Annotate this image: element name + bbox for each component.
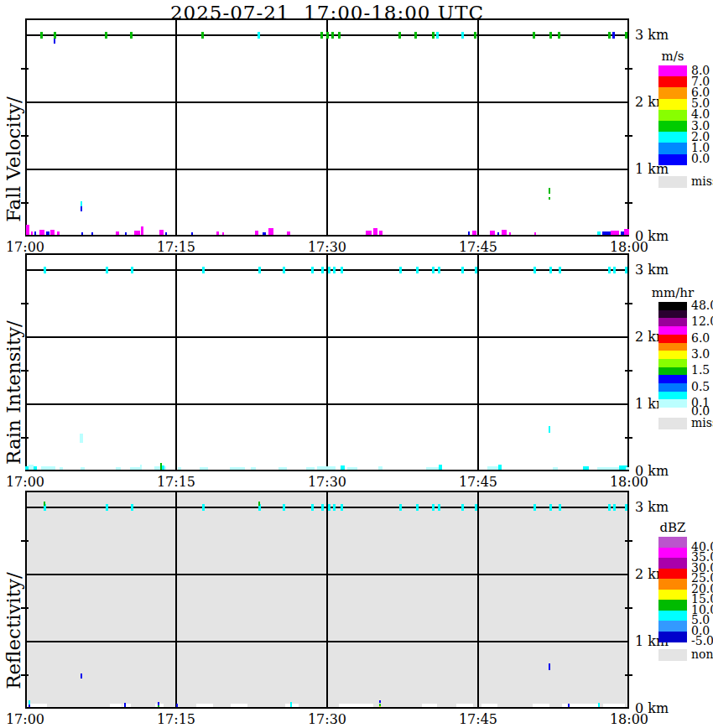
data-mark: [81, 206, 82, 211]
data-mark: [57, 231, 60, 235]
data-mark: [341, 504, 343, 511]
data-mark: [258, 267, 261, 273]
data-mark: [29, 700, 30, 705]
colorbar-segment: [658, 310, 687, 319]
colorbar-tick-label: 48.0: [691, 299, 713, 312]
mrr-time-height-plot: 2025-07-21 17:00-18:00 UTC Fall Velocity…: [0, 0, 713, 728]
colorbar-segment: [658, 343, 687, 351]
data-mark: [549, 267, 552, 273]
data-mark: [202, 504, 205, 511]
data-mark: [110, 704, 122, 707]
data-mark: [438, 504, 440, 511]
data-mark: [141, 226, 143, 235]
colorbar-segment: [658, 359, 687, 367]
data-mark: [597, 231, 601, 235]
data-mark: [379, 700, 381, 703]
data-mark: [608, 32, 611, 39]
colorbar-segment: [658, 367, 687, 376]
data-mark: [124, 703, 126, 707]
colorbar-miss-swatch: [658, 418, 687, 429]
colorbar-segment: [658, 548, 687, 559]
data-mark: [553, 467, 558, 470]
data-mark: [131, 267, 133, 273]
y-axis-tick: [625, 135, 632, 137]
data-mark: [311, 504, 314, 511]
grid-line-vertical: [326, 491, 328, 709]
y-axis-tick: [625, 370, 632, 372]
colorbar-segment: [658, 121, 687, 133]
data-mark: [200, 467, 208, 470]
data-mark: [373, 228, 377, 235]
data-mark: [338, 32, 341, 39]
data-mark: [320, 32, 323, 39]
data-mark: [306, 467, 315, 470]
y-axis-tick: [625, 303, 632, 304]
data-mark: [159, 230, 164, 235]
data-mark: [481, 704, 497, 707]
data-mark: [158, 702, 159, 705]
data-mark: [432, 32, 435, 39]
data-mark: [40, 32, 43, 39]
colorbar-miss-label: miss: [691, 174, 713, 188]
data-mark: [432, 267, 435, 273]
y-axis-tick: [21, 437, 29, 439]
colorbar-segment: [658, 351, 687, 359]
colorbar-title: m/s: [647, 49, 699, 64]
data-mark: [502, 230, 507, 235]
data-mark: [106, 504, 108, 511]
data-mark: [549, 197, 550, 200]
data-mark: [201, 32, 204, 39]
data-mark: [331, 32, 334, 39]
data-mark: [134, 231, 140, 235]
colorbar-miss-swatch: [658, 176, 687, 188]
data-mark: [613, 504, 616, 511]
data-mark: [626, 467, 629, 470]
data-mark: [44, 267, 46, 273]
grid-line-horizontal: [25, 574, 629, 575]
colorbar-tick-label: 0.5: [691, 380, 710, 393]
data-mark: [81, 673, 82, 679]
km-label: 0 km: [635, 700, 669, 716]
data-mark: [290, 702, 292, 707]
data-mark: [41, 466, 55, 470]
grid-line-vertical: [477, 491, 479, 709]
colorbar-segment: [658, 318, 687, 326]
data-mark: [222, 232, 224, 235]
data-mark: [328, 267, 330, 273]
data-mark: [196, 704, 213, 707]
grid-line-vertical: [175, 491, 177, 709]
data-mark: [216, 231, 219, 235]
colorbar-tick-label: 1.5: [691, 363, 710, 377]
data-mark: [46, 231, 49, 235]
data-mark: [625, 32, 627, 39]
colorbar-miss-label: miss: [691, 416, 713, 429]
x-tick-label: 17:15: [154, 474, 198, 490]
data-mark: [26, 225, 29, 235]
colorbar-segment: [658, 579, 687, 590]
y-axis-tick: [21, 68, 29, 70]
data-mark: [176, 704, 178, 707]
data-mark: [339, 704, 373, 707]
data-mark: [333, 504, 336, 511]
data-mark: [468, 231, 470, 235]
data-mark: [558, 32, 560, 39]
data-mark: [533, 267, 536, 273]
data-mark: [44, 502, 45, 506]
data-mark: [379, 231, 383, 235]
grid-line-horizontal: [25, 169, 629, 170]
data-mark: [54, 39, 55, 44]
colorbar-segment: [658, 87, 687, 99]
data-mark: [456, 704, 473, 707]
data-mark: [534, 232, 536, 235]
data-mark: [366, 231, 372, 235]
data-mark: [255, 231, 258, 235]
data-mark: [461, 504, 464, 511]
data-mark: [490, 231, 495, 235]
data-mark: [81, 232, 83, 235]
data-mark: [378, 466, 383, 470]
colorbar-segment: [658, 569, 687, 580]
y-axis-tick: [21, 674, 29, 676]
data-mark: [416, 504, 419, 511]
km-label: 3 km: [635, 262, 669, 278]
data-mark: [399, 267, 402, 273]
